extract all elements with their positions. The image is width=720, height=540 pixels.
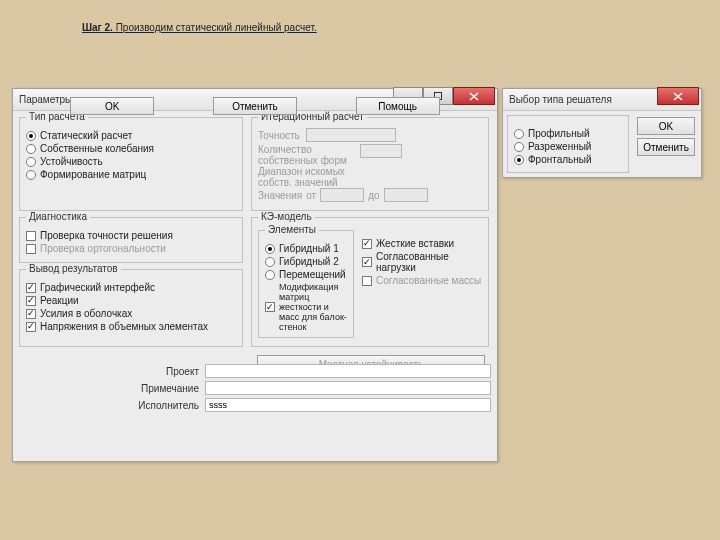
ok-button[interactable]: OK [70,97,154,115]
radio-profile[interactable]: Профильный [514,128,622,139]
check-consistent-loads[interactable]: Согласованные нагрузки [362,251,482,273]
count-label: Количество собственных форм [258,144,354,166]
check-modification[interactable]: Модификация матриц жесткости и масс для … [265,282,347,332]
solver-cancel-button[interactable]: Отменить [637,138,695,156]
radio-matrices[interactable]: Формирование матриц [26,169,236,180]
values-label: Значения [258,190,302,201]
group-diag: Диагностика Проверка точности решения Пр… [19,217,243,263]
check-graphic[interactable]: Графический интерфейс [26,282,236,293]
check-accuracy[interactable]: Проверка точности решения [26,230,236,241]
project-label: Проект [19,366,199,377]
group-kemodel: КЭ-модель Элементы Гибридный 1 Гибридный… [251,217,489,347]
help-button[interactable]: Помощь [356,97,440,115]
precision-label: Точность [258,130,300,141]
radio-hybrid1[interactable]: Гибридный 1 [265,243,347,254]
solver-title: Выбор типа решателя [509,94,612,105]
check-shell[interactable]: Усилия в оболочках [26,308,236,319]
check-volume[interactable]: Напряжения в объемных элементах [26,321,236,332]
group-iter: Итерационный расчет Точность Количество … [251,117,489,211]
group-solver-types: Профильный Разреженный Фронтальный [507,115,629,173]
note-label: Примечание [19,383,199,394]
page-header: Шаг 2. Производим статический линейный р… [82,16,317,36]
check-reactions[interactable]: Реакции [26,295,236,306]
solver-ok-button[interactable]: OK [637,117,695,135]
radio-stability[interactable]: Устойчивость [26,156,236,167]
group-diag-title: Диагностика [26,211,90,222]
radio-eigen[interactable]: Собственные колебания [26,143,236,154]
check-rigid-inserts[interactable]: Жесткие вставки [362,238,482,249]
step-caption: Производим статический линейный расчет. [113,22,317,33]
cancel-button[interactable]: Отменить [213,97,297,115]
check-consistent-masses: Согласованные массы [362,275,482,286]
group-elements: Элементы Гибридный 1 Гибридный 2 Перемещ… [258,230,354,338]
to-label: до [368,190,379,201]
radio-sparse[interactable]: Разреженный [514,141,622,152]
solver-titlebar[interactable]: Выбор типа решателя [503,89,701,111]
group-elements-title: Элементы [265,224,319,235]
range-label: Диапазон искомых собств. значений [258,166,354,188]
main-window: Параметры расчета Тип расчета Статически… [12,88,498,462]
group-output-title: Вывод результатов [26,263,121,274]
precision-field [306,128,396,142]
exec-field[interactable]: ssss [205,398,491,412]
step-label: Шаг 2. [82,22,113,33]
check-orthogonality: Проверка ортогональности [26,243,236,254]
from-field [320,188,364,202]
count-field [360,144,402,158]
project-field[interactable] [205,364,491,378]
group-kemodel-title: КЭ-модель [258,211,315,222]
radio-frontal[interactable]: Фронтальный [514,154,622,165]
solver-close-button[interactable] [657,87,699,105]
from-label: от [306,190,316,201]
solver-window: Выбор типа решателя Профильный Разреженн… [502,88,702,178]
radio-hybrid2[interactable]: Гибридный 2 [265,256,347,267]
to-field [384,188,428,202]
exec-label: Исполнитель [19,400,199,411]
group-calc-type: Тип расчета Статический расчет Собственн… [19,117,243,211]
group-output: Вывод результатов Графический интерфейс … [19,269,243,347]
radio-static[interactable]: Статический расчет [26,130,236,141]
radio-displacement[interactable]: Перемещений [265,269,347,280]
note-field[interactable] [205,381,491,395]
